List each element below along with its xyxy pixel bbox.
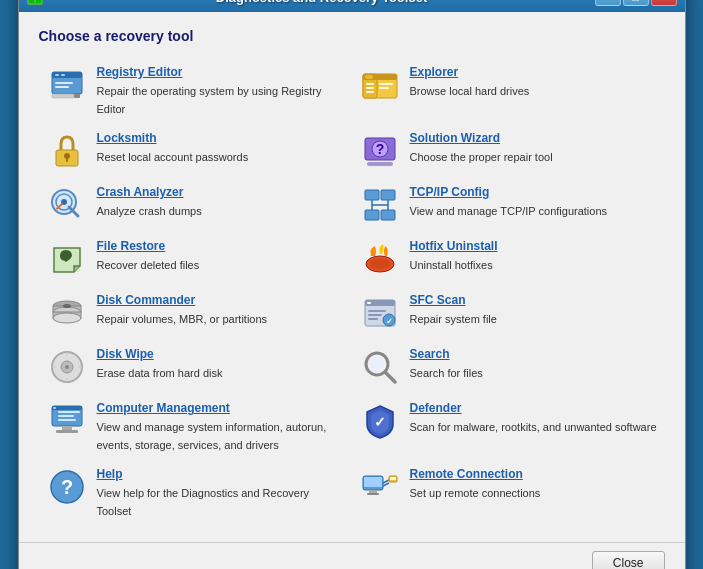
locksmith-icon	[47, 131, 87, 171]
explorer-link[interactable]: Explorer	[410, 65, 657, 79]
locksmith-link[interactable]: Locksmith	[97, 131, 344, 145]
svg-rect-23	[66, 157, 68, 162]
svg-rect-79	[369, 490, 377, 493]
svg-rect-68	[53, 407, 56, 409]
svg-rect-20	[379, 87, 389, 89]
svg-text:?: ?	[60, 476, 72, 498]
svg-line-84	[383, 483, 389, 486]
tool-sfc-scan[interactable]: ✓ SFC Scan Repair system file	[352, 286, 665, 340]
svg-rect-71	[58, 419, 76, 421]
svg-point-41	[370, 259, 390, 269]
minimize-button[interactable]: −	[595, 0, 621, 6]
svg-line-81	[383, 480, 389, 483]
svg-rect-33	[365, 190, 379, 200]
svg-line-65	[385, 372, 395, 382]
tool-crash-analyzer[interactable]: Crash Analyzer Analyze crash dumps	[39, 178, 352, 232]
svg-text:✓: ✓	[374, 414, 386, 430]
tool-file-restore[interactable]: File Restore Recover deleted files	[39, 232, 352, 286]
tool-defender[interactable]: ✓ Defender Scan for malware, rootkits, a…	[352, 394, 665, 460]
tcpip-config-icon	[360, 185, 400, 225]
svg-rect-67	[52, 406, 82, 410]
disk-wipe-desc: Erase data from hard disk	[97, 367, 223, 379]
tool-locksmith[interactable]: Locksmith Reset local account passwords	[39, 124, 352, 178]
hotfix-uninstall-icon	[360, 239, 400, 279]
footer: Close	[19, 542, 685, 569]
remote-connection-link[interactable]: Remote Connection	[410, 467, 657, 481]
tool-disk-wipe[interactable]: Disk Wipe Erase data from hard disk	[39, 340, 352, 394]
file-restore-desc: Recover deleted files	[97, 259, 200, 271]
svg-rect-15	[365, 75, 373, 79]
tool-computer-management[interactable]: Computer Management View and manage syst…	[39, 394, 352, 460]
remote-connection-icon	[360, 467, 400, 507]
hotfix-uninstall-desc: Uninstall hotfixes	[410, 259, 493, 271]
svg-rect-2	[29, 0, 34, 3]
tool-registry-editor[interactable]: Registry Editor Repair the operating sys…	[39, 58, 352, 124]
svg-rect-36	[381, 210, 395, 220]
file-restore-link[interactable]: File Restore	[97, 239, 344, 253]
defender-link[interactable]: Defender	[410, 401, 657, 415]
hotfix-uninstall-link[interactable]: Hotfix Uninstall	[410, 239, 657, 253]
search-link[interactable]: Search	[410, 347, 657, 361]
tcpip-config-link[interactable]: TCP/IP Config	[410, 185, 657, 199]
solution-wizard-link[interactable]: Solution Wizard	[410, 131, 657, 145]
computer-management-desc: View and manage system information, auto…	[97, 421, 327, 451]
solution-wizard-desc: Choose the proper repair tool	[410, 151, 553, 163]
tool-solution-wizard[interactable]: ? Solution Wizard Choose the proper repa…	[352, 124, 665, 178]
crash-analyzer-icon	[47, 185, 87, 225]
help-desc: View help for the Diagnostics and Recove…	[97, 487, 310, 517]
defender-icon: ✓	[360, 401, 400, 441]
svg-rect-9	[55, 86, 69, 88]
disk-commander-icon	[47, 293, 87, 333]
tcpip-config-desc: View and manage TCP/IP configurations	[410, 205, 608, 217]
tools-grid: Registry Editor Repair the operating sys…	[39, 58, 665, 526]
tool-explorer[interactable]: Explorer Browse local hard drives	[352, 58, 665, 124]
sfc-scan-desc: Repair system file	[410, 313, 497, 325]
svg-rect-52	[368, 314, 382, 316]
svg-rect-11	[52, 94, 74, 98]
svg-rect-7	[61, 74, 65, 76]
registry-editor-link[interactable]: Registry Editor	[97, 65, 344, 79]
svg-rect-73	[56, 430, 78, 433]
svg-rect-50	[367, 302, 371, 304]
tool-help[interactable]: ? Help View help for the Diagnostics and…	[39, 460, 352, 526]
disk-commander-link[interactable]: Disk Commander	[97, 293, 344, 307]
help-link[interactable]: Help	[97, 467, 344, 481]
svg-point-58	[65, 365, 69, 369]
maximize-button[interactable]: □	[623, 0, 649, 6]
tool-disk-commander[interactable]: Disk Commander Repair volumes, MBR, or p…	[39, 286, 352, 340]
svg-rect-69	[58, 411, 80, 413]
file-restore-icon	[47, 239, 87, 279]
tool-tcpip-config[interactable]: TCP/IP Config View and manage TCP/IP con…	[352, 178, 665, 232]
disk-commander-desc: Repair volumes, MBR, or partitions	[97, 313, 268, 325]
tool-hotfix-uninstall[interactable]: Hotfix Uninstall Uninstall hotfixes	[352, 232, 665, 286]
computer-management-link[interactable]: Computer Management	[97, 401, 344, 415]
svg-rect-3	[36, 0, 41, 3]
tool-search[interactable]: Search Search for files	[352, 340, 665, 394]
search-icon	[360, 347, 400, 387]
svg-rect-10	[74, 94, 80, 98]
svg-rect-51	[368, 310, 386, 312]
locksmith-desc: Reset local account passwords	[97, 151, 249, 163]
svg-rect-16	[366, 83, 374, 85]
svg-rect-19	[379, 83, 393, 85]
page-heading: Choose a recovery tool	[39, 28, 665, 44]
svg-rect-18	[366, 91, 374, 93]
svg-text:?: ?	[375, 141, 384, 157]
svg-rect-35	[365, 210, 379, 220]
explorer-desc: Browse local hard drives	[410, 85, 530, 97]
disk-wipe-link[interactable]: Disk Wipe	[97, 347, 344, 361]
svg-rect-83	[390, 477, 396, 480]
close-button[interactable]: Close	[592, 551, 665, 569]
svg-rect-8	[55, 82, 73, 84]
close-window-button[interactable]: ✕	[651, 0, 677, 6]
svg-rect-72	[62, 426, 72, 430]
window-controls: − □ ✕	[595, 0, 677, 6]
sfc-scan-link[interactable]: SFC Scan	[410, 293, 657, 307]
content-area: Choose a recovery tool Registry Editor R…	[19, 12, 685, 538]
crash-analyzer-link[interactable]: Crash Analyzer	[97, 185, 344, 199]
registry-editor-desc: Repair the operating system by using Reg…	[97, 85, 322, 115]
tool-remote-connection[interactable]: Remote Connection Set up remote connecti…	[352, 460, 665, 526]
svg-point-46	[53, 313, 81, 323]
title-bar: Diagnostics and Recovery Toolset − □ ✕	[19, 0, 685, 12]
svg-rect-78	[364, 477, 382, 487]
